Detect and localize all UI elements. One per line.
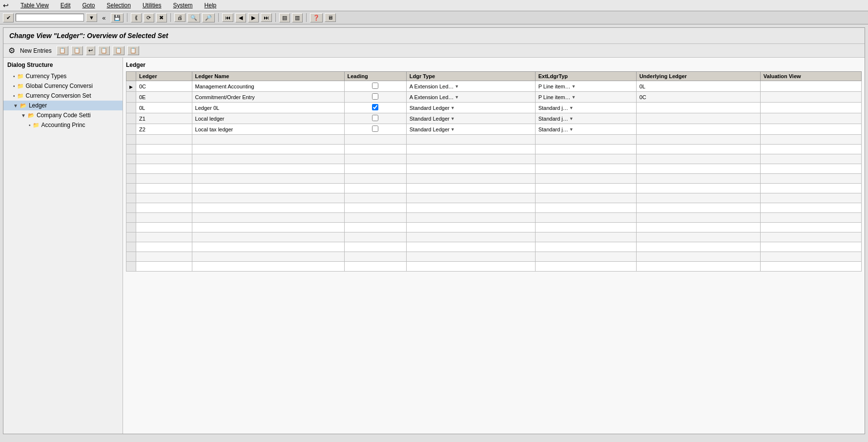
table-row[interactable]: 0ECommitment/Order EntryA Extension Led…… xyxy=(126,92,862,103)
layout-btn1[interactable]: ▤ xyxy=(279,13,290,22)
col-ext-ldgr-typ[interactable]: ExtLdgrTyp xyxy=(535,72,636,81)
print-btn[interactable]: 🖨 xyxy=(174,13,186,22)
main-toolbar: ✔ ▼ « 💾 ⟪ ⟳ ✖ 🖨 🔍 🔎 ⏮ ◀ ▶ ⏭ ▤ ▥ ❓ 🖥 xyxy=(0,11,868,24)
layout-btn2[interactable]: ▥ xyxy=(292,13,303,22)
row-selector[interactable] xyxy=(126,113,136,124)
page-title: Change View "Ledger": Overview of Select… xyxy=(9,32,168,40)
table-row[interactable]: 0LLedger 0LStandard Ledger▼Standard j…▼ xyxy=(126,103,862,113)
cell-leading[interactable] xyxy=(344,103,406,113)
body-layout: Dialog Structure • 📁 Currency Types • 📁 … xyxy=(3,58,865,434)
leading-checkbox[interactable] xyxy=(372,104,378,110)
cell-valuation-view xyxy=(760,92,861,103)
find-btn[interactable]: 🔍 xyxy=(187,13,200,22)
cell-ldgr-type[interactable]: A Extension Led…▼ xyxy=(406,92,535,103)
tree-item-currency-types[interactable]: • 📁 Currency Types xyxy=(3,71,123,81)
cell-valuation-view xyxy=(760,81,861,92)
menu-selection[interactable]: Selection xyxy=(105,1,133,10)
menu-goto[interactable]: Goto xyxy=(81,1,97,10)
leading-checkbox[interactable] xyxy=(372,93,378,100)
help-btn[interactable]: ❓ xyxy=(310,13,323,22)
sep5 xyxy=(306,13,307,22)
cell-ledger-name: Local ledger xyxy=(192,113,344,124)
leading-checkbox[interactable] xyxy=(372,126,378,132)
cell-ldgr-type[interactable]: A Extension Led…▼ xyxy=(406,81,535,92)
dialog-structure-title: Dialog Structure xyxy=(3,60,123,71)
cell-ext-ldgr-typ[interactable]: Standard j…▼ xyxy=(535,124,636,135)
bullet-icon: • xyxy=(13,74,15,79)
back-btn[interactable]: ⟪ xyxy=(131,13,142,22)
bullet-icon: • xyxy=(29,123,31,128)
col-ledger[interactable]: Ledger xyxy=(136,72,192,81)
main-content-area: Change View "Ledger": Overview of Select… xyxy=(3,27,865,434)
col-leading[interactable]: Leading xyxy=(344,72,406,81)
app-logo: ↩ xyxy=(3,1,9,9)
table-row[interactable]: Z2Local tax ledgerStandard Ledger▼Standa… xyxy=(126,124,862,135)
cell-underlying-ledger: 0L xyxy=(636,81,760,92)
cell-ldgr-type[interactable]: Standard Ledger▼ xyxy=(406,113,535,124)
monitor-btn[interactable]: 🖥 xyxy=(325,13,336,22)
cell-leading[interactable] xyxy=(344,81,406,92)
last-page-btn[interactable]: ⏭ xyxy=(261,13,272,22)
check-button[interactable]: ✔ xyxy=(3,13,14,22)
row-selector[interactable] xyxy=(126,103,136,113)
undo-btn[interactable]: ↩ xyxy=(86,46,95,55)
find-next-btn[interactable]: 🔎 xyxy=(202,13,215,22)
cell-leading[interactable] xyxy=(344,113,406,124)
new-entries-button[interactable]: New Entries xyxy=(18,46,54,55)
cell-leading[interactable] xyxy=(344,124,406,135)
open-folder-icon: 📂 xyxy=(20,103,27,109)
page-title-bar: Change View "Ledger": Overview of Select… xyxy=(3,28,865,44)
new-entries-icon: ⚙ xyxy=(8,46,15,55)
empty-row xyxy=(126,174,862,184)
refresh-btn[interactable]: ⟳ xyxy=(144,13,154,22)
col-underlying-ledger[interactable]: Underlying Ledger xyxy=(636,72,760,81)
cell-ext-ldgr-typ[interactable]: Standard j…▼ xyxy=(535,103,636,113)
table-btn2[interactable]: 📋 xyxy=(113,46,124,55)
cell-ext-ldgr-typ[interactable]: P Line item…▼ xyxy=(535,81,636,92)
col-ledger-name[interactable]: Ledger Name xyxy=(192,72,344,81)
col-ldgr-type[interactable]: Ldgr Type xyxy=(406,72,535,81)
cell-ext-ldgr-typ[interactable]: Standard j…▼ xyxy=(535,113,636,124)
cell-ldgr-type[interactable]: Standard Ledger▼ xyxy=(406,103,535,113)
dropdown-btn[interactable]: ▼ xyxy=(86,13,97,22)
cell-underlying-ledger xyxy=(636,113,760,124)
copy-btn[interactable]: 📋 xyxy=(57,46,68,55)
empty-row xyxy=(126,193,862,203)
first-page-btn[interactable]: ⏮ xyxy=(222,13,233,22)
row-selector[interactable] xyxy=(126,124,136,135)
menu-edit[interactable]: Edit xyxy=(59,1,73,10)
col-valuation-view[interactable]: Valuation View xyxy=(760,72,861,81)
tree-item-global-currency[interactable]: • 📁 Global Currency Conversi xyxy=(3,81,123,91)
cell-ext-ldgr-typ[interactable]: P Line item…▼ xyxy=(535,92,636,103)
tree-item-ledger[interactable]: ▼ 📂 Ledger xyxy=(3,101,123,110)
cell-valuation-view xyxy=(760,103,861,113)
menu-tableview[interactable]: Table View xyxy=(19,1,51,10)
row-selector[interactable] xyxy=(126,92,136,103)
empty-row xyxy=(126,203,862,213)
prev-page-btn[interactable]: ◀ xyxy=(235,13,246,22)
menu-system[interactable]: System xyxy=(171,1,195,10)
save-btn[interactable]: 💾 xyxy=(111,13,124,22)
next-page-btn[interactable]: ▶ xyxy=(248,13,259,22)
tree-item-accounting-princ[interactable]: • 📁 Accounting Princ xyxy=(3,120,123,130)
cell-ledger: Z1 xyxy=(136,113,192,124)
leading-checkbox[interactable] xyxy=(372,83,378,89)
command-input[interactable] xyxy=(16,14,84,21)
table-row[interactable]: ▶0CManagement AccountingA Extension Led…… xyxy=(126,81,862,92)
table-btn3[interactable]: 📋 xyxy=(127,46,139,55)
copy2-btn[interactable]: 📋 xyxy=(71,46,83,55)
table-row[interactable]: Z1Local ledgerStandard Ledger▼Standard j… xyxy=(126,113,862,124)
leading-checkbox[interactable] xyxy=(372,115,378,121)
menu-help[interactable]: Help xyxy=(203,1,219,10)
cell-ledger: 0E xyxy=(136,92,192,103)
cell-ldgr-type[interactable]: Standard Ledger▼ xyxy=(406,124,535,135)
cell-leading[interactable] xyxy=(344,92,406,103)
row-selector[interactable]: ▶ xyxy=(126,81,136,92)
empty-row xyxy=(126,232,862,242)
tree-item-currency-conversion-set[interactable]: • 📁 Currency Conversion Set xyxy=(3,91,123,101)
table-btn1[interactable]: 📋 xyxy=(98,46,110,55)
nav-back-icon[interactable]: « xyxy=(99,13,109,22)
menu-utilities[interactable]: Utilities xyxy=(141,1,164,10)
cancel-btn[interactable]: ✖ xyxy=(156,13,167,22)
tree-item-company-code[interactable]: ▼ 📂 Company Code Setti xyxy=(3,110,123,120)
